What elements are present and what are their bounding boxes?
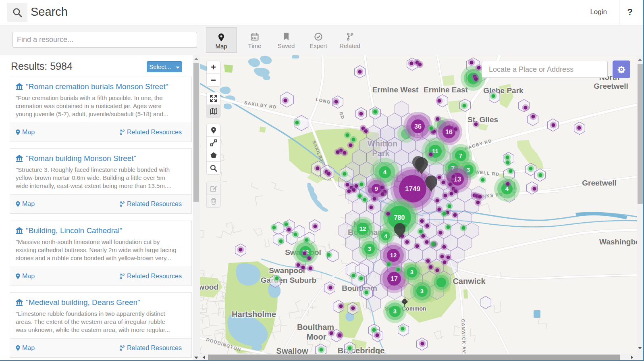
svg-text:36: 36 bbox=[414, 123, 422, 130]
svg-text:3: 3 bbox=[368, 246, 371, 252]
svg-text:Greetwell: Greetwell bbox=[582, 179, 617, 187]
svg-text:Birchwood: Birchwood bbox=[200, 283, 218, 291]
svg-text:4: 4 bbox=[384, 233, 387, 239]
svg-text:Boultham: Boultham bbox=[297, 323, 334, 332]
svg-text:1749: 1749 bbox=[405, 185, 420, 193]
svg-text:Ermine West: Ermine West bbox=[372, 86, 419, 94]
svg-text:15: 15 bbox=[414, 131, 421, 138]
svg-text:4: 4 bbox=[383, 169, 387, 175]
svg-text:3: 3 bbox=[393, 308, 397, 315]
svg-text:Greetwell: Greetwell bbox=[594, 82, 628, 90]
svg-text:Hartsholme: Hartsholme bbox=[232, 310, 276, 319]
svg-text:7: 7 bbox=[459, 152, 462, 159]
svg-text:Ermine East: Ermine East bbox=[424, 86, 468, 94]
svg-text:3: 3 bbox=[420, 288, 424, 294]
svg-text:3: 3 bbox=[410, 269, 413, 275]
svg-text:9: 9 bbox=[375, 185, 378, 192]
svg-text:Washingborough: Washingborough bbox=[599, 238, 637, 246]
svg-text:Moor: Moor bbox=[307, 332, 326, 341]
svg-text:12: 12 bbox=[390, 252, 397, 259]
svg-text:Garden Suburb: Garden Suburb bbox=[261, 276, 316, 284]
svg-text:Canwick: Canwick bbox=[453, 277, 486, 286]
svg-text:780: 780 bbox=[394, 214, 405, 221]
svg-text:Swallow: Swallow bbox=[276, 346, 308, 354]
svg-text:St. Giles: St. Giles bbox=[467, 115, 498, 124]
svg-text:12: 12 bbox=[359, 225, 366, 232]
svg-text:17: 17 bbox=[391, 275, 398, 282]
svg-text:16: 16 bbox=[445, 129, 453, 136]
